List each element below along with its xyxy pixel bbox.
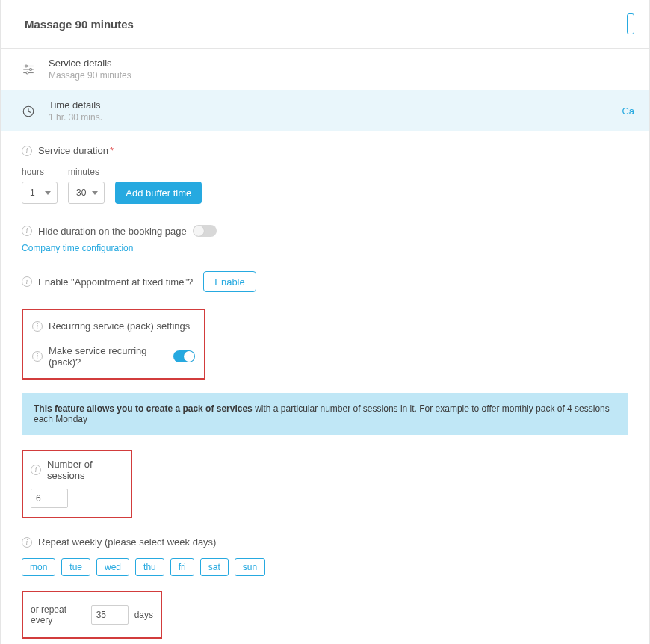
enable-fixed-time-button[interactable]: Enable	[203, 271, 256, 292]
svg-point-3	[25, 65, 28, 67]
info-icon: i	[32, 351, 43, 362]
time-details-subtitle: 1 hr. 30 mins.	[49, 112, 102, 123]
repeat-every-prefix: or repeat every	[31, 604, 85, 625]
minutes-select[interactable]: 30	[68, 182, 105, 204]
day-tue[interactable]: tue	[61, 558, 90, 576]
page-title: Massage 90 minutes	[25, 18, 134, 31]
number-of-sessions-input[interactable]	[31, 489, 68, 508]
svg-point-5	[26, 72, 28, 74]
add-buffer-time-button[interactable]: Add buffer time	[115, 182, 202, 204]
recurring-info-banner: This feature allows you to create a pack…	[22, 393, 628, 435]
hide-duration-toggle[interactable]	[193, 225, 217, 237]
page-header: Massage 90 minutes	[1, 0, 649, 49]
day-mon[interactable]: mon	[22, 558, 55, 576]
hide-duration-label: Hide duration on the booking page	[38, 226, 187, 237]
info-icon: i	[22, 146, 32, 156]
day-thu[interactable]: thu	[135, 558, 164, 576]
info-icon: i	[22, 276, 32, 287]
header-action-button[interactable]	[627, 13, 634, 34]
day-sat[interactable]: sat	[200, 558, 229, 576]
time-details-action-link[interactable]: Ca	[622, 105, 634, 117]
number-of-sessions-label: Number of sessions	[47, 459, 123, 481]
info-icon: i	[32, 321, 43, 332]
fixed-time-label: Enable "Appointment at fixed time"?	[38, 276, 193, 288]
sliders-icon	[22, 63, 35, 76]
repeat-every-highlight: or repeat every days	[22, 591, 162, 639]
service-duration-label: Service duration*	[38, 145, 114, 156]
service-details-title: Service details	[49, 58, 131, 69]
repeat-weekly-label: Repeat weekly (please select week days)	[38, 536, 216, 548]
recurring-settings-highlight: i Recurring service (pack) settings i Ma…	[22, 309, 205, 380]
clock-icon	[22, 105, 35, 118]
repeat-every-suffix: days	[134, 610, 153, 620]
svg-line-8	[28, 111, 31, 113]
hours-select[interactable]: 1	[22, 182, 58, 204]
service-details-subtitle: Massage 90 minutes	[49, 70, 131, 81]
service-details-section[interactable]: Service details Massage 90 minutes	[1, 49, 649, 90]
company-time-config-link[interactable]: Company time configuration	[22, 243, 628, 253]
hours-label: hours	[22, 167, 58, 177]
svg-point-4	[30, 68, 32, 70]
info-icon: i	[22, 537, 32, 548]
day-fri[interactable]: fri	[170, 558, 194, 576]
recurring-settings-label: Recurring service (pack) settings	[49, 321, 190, 332]
time-details-title: Time details	[49, 99, 102, 111]
day-sun[interactable]: sun	[235, 558, 265, 576]
day-wed[interactable]: wed	[96, 558, 129, 576]
number-of-sessions-highlight: i Number of sessions	[22, 450, 132, 518]
info-icon: i	[22, 226, 32, 236]
minutes-label: minutes	[68, 167, 105, 177]
time-details-section: Time details 1 hr. 30 mins. Ca	[1, 90, 649, 131]
make-recurring-label: Make service recurring (pack)?	[49, 345, 167, 368]
make-recurring-toggle[interactable]	[173, 350, 195, 362]
info-icon: i	[31, 465, 41, 475]
repeat-every-input[interactable]	[91, 605, 129, 625]
